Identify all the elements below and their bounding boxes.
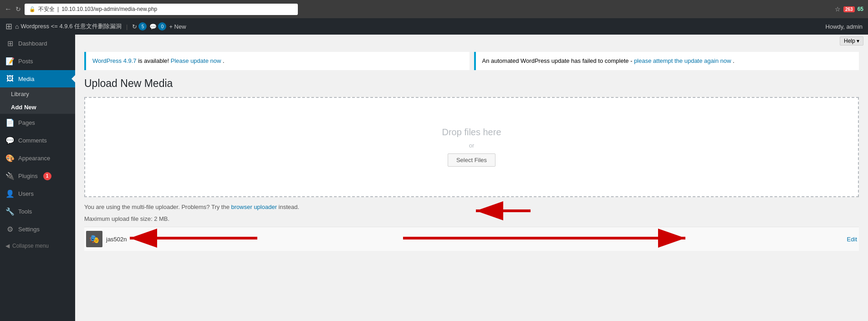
- upload-info: You are using the multi-file uploader. P…: [84, 203, 859, 212]
- howdy-text: Howdy, admin: [826, 23, 863, 30]
- collapse-icon: ◀: [5, 243, 10, 249]
- notice-text-after: .: [733, 57, 735, 64]
- settings-label: Settings: [18, 226, 40, 233]
- appearance-label: Appearance: [18, 155, 50, 162]
- main-inner: WordPress 4.9.7 is available! Please upd…: [75, 47, 868, 260]
- select-files-button[interactable]: Select Files: [448, 153, 495, 167]
- wp-adminbar: ⊞ ⌂ Wordpress <= 4.9.6 任意文件删除漏洞 | ↻ 5 💬 …: [0, 18, 868, 35]
- sidebar-item-pages[interactable]: 📄 Pages: [0, 114, 75, 132]
- users-icon: 👤: [5, 189, 15, 198]
- attempt-update-link[interactable]: please attempt the update again now: [634, 57, 731, 64]
- updates-link[interactable]: ↻ 5: [132, 22, 147, 31]
- separator: |: [126, 23, 128, 30]
- content-wrapper: Drop files here or Select Files: [84, 97, 859, 197]
- username: jas502n: [106, 236, 127, 243]
- max-upload-text: Maximum upload file size: 2 MB.: [84, 214, 859, 224]
- edit-user[interactable]: Edit: [847, 236, 857, 243]
- dashboard-icon: ⊞: [5, 39, 15, 48]
- wp-sidebar: ⊞ Dashboard 📝 Posts 🖼 Media Library Add …: [0, 35, 75, 321]
- plugins-icon: 🔌: [5, 172, 15, 180]
- sidebar-item-comments[interactable]: 💬 Comments: [0, 132, 75, 149]
- browser-chrome: ← ↻ 🔓 不安全 | 10.10.10.103/wp-admin/media-…: [0, 0, 868, 18]
- notice-text-end: .: [223, 57, 225, 64]
- security-label: 不安全: [38, 5, 55, 13]
- drop-files-text: Drop files here: [442, 127, 501, 138]
- collapse-label: Collapse menu: [12, 243, 49, 249]
- site-link[interactable]: ⌂ Wordpress <= 4.9.6 任意文件删除漏洞: [15, 22, 122, 31]
- sidebar-item-users[interactable]: 👤 Users: [0, 185, 75, 203]
- media-icon: 🖼: [5, 75, 15, 83]
- new-label: + New: [169, 23, 186, 30]
- or-text: or: [469, 142, 475, 149]
- tools-label: Tools: [18, 208, 32, 215]
- comments-icon: 💬: [5, 136, 15, 145]
- dashboard-label: Dashboard: [18, 40, 47, 47]
- multi-uploader-text: You are using the multi-file uploader. P…: [84, 204, 231, 210]
- users-label: Users: [18, 190, 34, 197]
- collapse-menu-button[interactable]: ◀ Collapse menu: [0, 238, 75, 254]
- user-section: 🎭 jas502n Edit: [84, 227, 859, 251]
- upload-dropzone[interactable]: Drop files here or Select Files: [84, 97, 859, 197]
- user-avatar: 🎭: [86, 231, 102, 247]
- pages-label: Pages: [18, 119, 35, 126]
- posts-label: Posts: [18, 58, 33, 65]
- adb-badge: 263: [843, 6, 855, 12]
- notice-text-before: An automated WordPress update has failed…: [482, 57, 634, 64]
- user-info: 🎭 jas502n: [86, 231, 127, 247]
- submenu-add-new[interactable]: Add New: [5, 101, 75, 114]
- star-icon[interactable]: ☆: [835, 5, 841, 13]
- sidebar-item-plugins[interactable]: 🔌 Plugins 1: [0, 167, 75, 185]
- sidebar-item-appearance[interactable]: 🎨 Appearance: [0, 149, 75, 167]
- comments-link[interactable]: 💬 0: [149, 22, 166, 31]
- wp-version-link[interactable]: WordPress 4.9.7: [92, 57, 137, 64]
- browser-address-bar[interactable]: 🔓 不安全 | 10.10.10.103/wp-admin/media-new.…: [25, 4, 298, 15]
- user-greeting: Howdy, admin: [826, 23, 863, 30]
- wp-logo[interactable]: ⊞: [5, 21, 12, 31]
- tools-icon: 🔧: [5, 207, 15, 216]
- url-text: 10.10.10.103/wp-admin/media-new.php: [61, 6, 157, 12]
- media-label: Media: [18, 76, 34, 82]
- comments-count: 0: [158, 22, 166, 31]
- avatar-icon: 🎭: [89, 234, 99, 244]
- submenu-library[interactable]: Library: [5, 87, 75, 101]
- posts-icon: 📝: [5, 57, 15, 66]
- comments-icon: 💬: [149, 23, 157, 30]
- updates-count: 5: [138, 22, 147, 31]
- counter-badge: 65: [858, 6, 863, 12]
- wp-main-content: Help ▾ WordPress 4.9.7 is available! Ple…: [75, 35, 868, 321]
- site-name: Wordpress <= 4.9.6 任意文件删除漏洞: [20, 22, 122, 31]
- plugins-badge: 1: [43, 172, 51, 180]
- comments-label: Comments: [18, 137, 47, 144]
- browser-toolbar: ☆ 263 65: [835, 5, 863, 13]
- media-submenu: Library Add New: [0, 87, 75, 114]
- separator: |: [57, 6, 59, 12]
- sidebar-item-dashboard[interactable]: ⊞ Dashboard: [0, 35, 75, 52]
- notices-area: WordPress 4.9.7 is available! Please upd…: [84, 52, 859, 70]
- update-now-link[interactable]: Please update now: [171, 57, 221, 64]
- notice-update-failed: An automated WordPress update has failed…: [474, 52, 859, 70]
- notice-update-available: WordPress 4.9.7 is available! Please upd…: [84, 52, 470, 70]
- settings-icon: ⚙: [5, 225, 15, 234]
- edit-link[interactable]: Edit: [847, 236, 857, 243]
- updates-icon: ↻: [132, 23, 137, 30]
- sidebar-item-media[interactable]: 🖼 Media: [0, 70, 75, 87]
- pages-icon: 📄: [5, 118, 15, 127]
- user-row: 🎭 jas502n Edit: [84, 227, 859, 251]
- plugins-label: Plugins: [18, 173, 38, 179]
- sidebar-item-tools[interactable]: 🔧 Tools: [0, 203, 75, 220]
- instead-text: instead.: [279, 204, 300, 210]
- appearance-icon: 🎨: [5, 154, 15, 163]
- page-title: Upload New Media: [84, 77, 859, 90]
- help-bar: Help ▾: [75, 35, 868, 47]
- new-content-link[interactable]: + New: [169, 23, 186, 30]
- home-icon: ⌂: [15, 23, 19, 30]
- security-icon: 🔓: [29, 6, 36, 12]
- browser-refresh-button[interactable]: ↻: [15, 5, 21, 13]
- help-button[interactable]: Help ▾: [840, 36, 863, 46]
- browser-uploader-link[interactable]: browser uploader: [231, 204, 277, 210]
- sidebar-item-posts[interactable]: 📝 Posts: [0, 52, 75, 70]
- notice-text-middle: is available!: [138, 57, 171, 64]
- wp-layout: ⊞ Dashboard 📝 Posts 🖼 Media Library Add …: [0, 35, 868, 321]
- sidebar-item-settings[interactable]: ⚙ Settings: [0, 220, 75, 238]
- browser-back-button[interactable]: ←: [5, 5, 12, 13]
